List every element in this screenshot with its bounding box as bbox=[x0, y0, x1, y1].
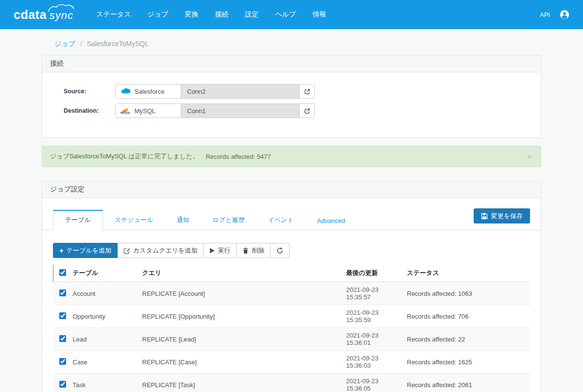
destination-label: Destination: bbox=[64, 107, 115, 114]
tab-advanced[interactable]: Advanced bbox=[306, 212, 357, 230]
trash-icon bbox=[242, 247, 249, 254]
row-checkbox[interactable] bbox=[59, 381, 66, 388]
table-row[interactable]: Case REPLICATE [Case] 2021-09-23 15:36:0… bbox=[53, 351, 531, 374]
destination-row: Destination: MySQL MySQL Conn1 bbox=[64, 103, 541, 118]
row-checkbox[interactable] bbox=[59, 335, 66, 342]
nav-item-connections[interactable]: 接続 bbox=[206, 6, 237, 23]
tab-notifications[interactable]: 通知 bbox=[165, 211, 201, 230]
job-settings-title: ジョブ設定 bbox=[42, 181, 541, 198]
table-row[interactable]: Account REPLICATE [Account] 2021-09-23 1… bbox=[53, 282, 531, 305]
save-floppy-icon bbox=[481, 213, 488, 220]
nav-item-settings[interactable]: 設定 bbox=[237, 6, 267, 23]
user-account-icon[interactable] bbox=[560, 10, 569, 19]
breadcrumb-current: SalesforceToMySQL bbox=[87, 40, 149, 48]
col-header-query[interactable]: クエリ bbox=[140, 265, 344, 282]
breadcrumb-jobs-link[interactable]: ジョブ bbox=[54, 40, 75, 48]
nav-item-transform[interactable]: 変換 bbox=[176, 6, 206, 23]
nav-item-status[interactable]: ステータス bbox=[88, 6, 139, 23]
destination-connection-value: Conn1 bbox=[181, 104, 299, 118]
top-navbar: cdata sync ステータス ジョブ 変換 接続 設定 ヘルプ 情報 API bbox=[0, 0, 583, 29]
add-table-button[interactable]: + テーブルを追加 bbox=[53, 243, 118, 258]
table-row[interactable]: Task REPLICATE [Task] 2021-09-23 15:36:0… bbox=[53, 374, 531, 392]
nav-item-help[interactable]: ヘルプ bbox=[267, 6, 304, 23]
connection-card: 接続 Source: Salesforce Conn2 bbox=[42, 55, 541, 138]
source-connector-chip: Salesforce bbox=[116, 85, 181, 98]
table-row[interactable]: Lead REPLICATE [Lead] 2021-09-23 15:36:0… bbox=[53, 328, 531, 351]
brand-logo[interactable]: cdata sync bbox=[14, 9, 73, 21]
run-button[interactable]: 実行 bbox=[204, 243, 237, 258]
refresh-icon bbox=[276, 247, 283, 254]
alert-message: ジョブSalesforceToMySQL は正常に完了しました。 bbox=[50, 152, 199, 161]
destination-connector-name: MySQL bbox=[135, 107, 155, 115]
row-checkbox[interactable] bbox=[59, 312, 66, 319]
table-row[interactable]: Opportunity REPLICATE [Opportunity] 2021… bbox=[53, 305, 531, 328]
external-link-icon bbox=[304, 88, 310, 95]
source-connector-name: Salesforce bbox=[135, 88, 164, 95]
external-link-icon bbox=[304, 108, 310, 114]
source-row: Source: Salesforce Conn2 bbox=[64, 84, 541, 99]
refresh-button[interactable] bbox=[271, 243, 290, 258]
api-link[interactable]: API bbox=[540, 11, 550, 18]
col-header-last-update[interactable]: 最後の更新 bbox=[344, 265, 405, 282]
add-custom-query-button[interactable]: カスタムクエリを追加 bbox=[118, 243, 204, 258]
source-open-connection-button[interactable] bbox=[299, 85, 314, 98]
tab-events[interactable]: イベント bbox=[256, 211, 305, 230]
brand-cdata-text: cdata bbox=[14, 9, 47, 21]
cloud-logo-icon bbox=[48, 4, 76, 13]
nav-item-info[interactable]: 情報 bbox=[304, 6, 334, 23]
nav-item-jobs[interactable]: ジョブ bbox=[139, 6, 176, 23]
job-settings-card: ジョブ設定 テーブル スケジュール 通知 ログと履歴 イベント Advanced… bbox=[42, 181, 541, 392]
col-header-status[interactable]: ステータス bbox=[405, 265, 531, 282]
mysql-dolphin-icon: MySQL bbox=[120, 108, 131, 114]
alert-records-affected: Records affected: 5477 bbox=[206, 153, 271, 160]
source-label: Source: bbox=[64, 88, 115, 95]
alert-close-button[interactable]: × bbox=[526, 153, 533, 161]
play-icon bbox=[209, 248, 215, 254]
destination-open-connection-button[interactable] bbox=[299, 104, 314, 118]
table-header-row: テーブル クエリ 最後の更新 ステータス bbox=[53, 265, 531, 282]
select-all-checkbox[interactable] bbox=[59, 269, 66, 276]
job-tabs: テーブル スケジュール 通知 ログと履歴 イベント Advanced bbox=[42, 198, 541, 230]
success-alert: ジョブSalesforceToMySQL は正常に完了しました。 Records… bbox=[42, 146, 541, 167]
row-checkbox[interactable] bbox=[59, 358, 66, 365]
save-changes-button[interactable]: 変更を保存 bbox=[474, 208, 530, 223]
tables-table: テーブル クエリ 最後の更新 ステータス Account REPLICATE [… bbox=[53, 265, 530, 392]
source-connection-value: Conn2 bbox=[181, 85, 299, 98]
tab-schedule[interactable]: スケジュール bbox=[103, 211, 165, 230]
destination-connector-chip: MySQL MySQL bbox=[116, 104, 181, 118]
tab-logs-history[interactable]: ログと履歴 bbox=[201, 211, 256, 230]
salesforce-cloud-icon bbox=[120, 87, 131, 96]
row-checkbox[interactable] bbox=[59, 290, 66, 296]
connection-card-title: 接続 bbox=[42, 55, 541, 72]
main-nav: ステータス ジョブ 変換 接続 設定 ヘルプ 情報 bbox=[88, 6, 334, 23]
col-header-table[interactable]: テーブル bbox=[71, 265, 140, 282]
tab-tables[interactable]: テーブル bbox=[53, 210, 103, 230]
breadcrumb: ジョブ / SalesforceToMySQL bbox=[42, 29, 541, 55]
table-toolbar: + テーブルを追加 カスタムクエリを追加 実行 bbox=[53, 243, 290, 258]
plus-icon: + bbox=[59, 247, 64, 254]
delete-button[interactable]: 削除 bbox=[237, 243, 271, 258]
breadcrumb-separator: / bbox=[80, 40, 82, 48]
pencil-square-icon bbox=[123, 247, 130, 254]
